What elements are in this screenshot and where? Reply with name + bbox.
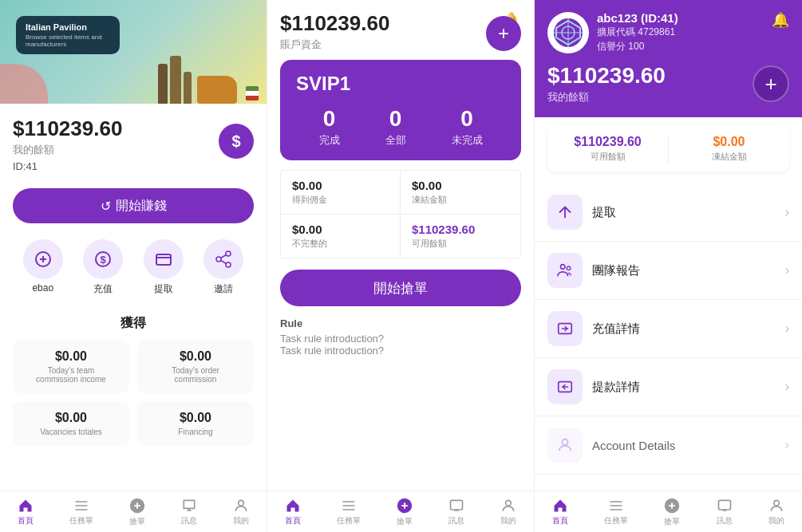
- topup-label: 充值: [93, 282, 113, 296]
- ebao-icon-circle: [23, 239, 63, 279]
- right-avatar: [547, 12, 589, 53]
- right-username: abc123 (ID:41): [597, 11, 789, 25]
- earn-financing-amount: $0.00: [147, 411, 244, 425]
- svip-stat-complete: 0 完成: [319, 106, 340, 148]
- left-icon-topup[interactable]: $ 充值: [83, 239, 123, 296]
- withdraw-menu-icon: [547, 195, 583, 230]
- svip-all-num: 0: [385, 106, 406, 132]
- svip-all-label: 全部: [385, 133, 406, 148]
- right-nav-tasks[interactable]: 任務單: [604, 498, 628, 526]
- msg-icon: [181, 498, 197, 514]
- mid-rule-section: Rule Task rule introduction? Task rule i…: [267, 317, 534, 357]
- invite-icon-circle: [203, 239, 243, 279]
- mid-plus-button[interactable]: +: [486, 16, 521, 51]
- mid-nav-grab[interactable]: 搶單: [396, 497, 413, 527]
- withdraw-icon-circle: [144, 239, 184, 279]
- list-icon: [73, 498, 89, 514]
- right-menu-withdraw-detail[interactable]: 提款詳情 ›: [535, 358, 802, 416]
- earn-cards-row1: $0.00 Today's team commission income $0.…: [13, 340, 254, 393]
- svg-point-8: [238, 500, 243, 506]
- right-menu-team-report[interactable]: 團隊報告 ›: [535, 242, 802, 300]
- mid-list-icon: [341, 498, 357, 514]
- left-balance: $110239.60: [13, 116, 254, 141]
- right-grab-icon: [663, 497, 681, 514]
- mid-info-available: $110239.60 可用餘額: [401, 215, 520, 258]
- svg-point-18: [567, 266, 571, 270]
- right-header: 🔔 abc123 (ID:41) 擴展代碼 4729861 信譽分 100: [535, 0, 802, 117]
- mid-nav-home[interactable]: 首頁: [285, 498, 301, 526]
- right-nav-msg[interactable]: 訊息: [717, 498, 733, 526]
- svip-incomplete-label: 未完成: [452, 133, 483, 148]
- available-label: 可用餘額: [412, 238, 509, 250]
- right-menu-account-details[interactable]: Account Details ›: [535, 416, 802, 475]
- start-earn-button[interactable]: ↺ 開始賺錢: [13, 188, 254, 223]
- right-frozen-item: $0.00 凍結金額: [669, 135, 789, 163]
- right-user-row: abc123 (ID:41) 擴展代碼 4729861 信譽分 100: [547, 11, 789, 53]
- incomplete-amount: $0.00: [292, 223, 389, 236]
- team-report-menu-label: 團隊報告: [592, 263, 785, 278]
- left-nav-tasks[interactable]: 任務單: [69, 498, 93, 526]
- home-icon: [18, 498, 34, 514]
- svg-point-4: [226, 251, 231, 256]
- commission-amount: $0.00: [292, 179, 389, 192]
- right-user-info: abc123 (ID:41) 擴展代碼 4729861 信譽分 100: [597, 11, 789, 53]
- svip-card: SVIP1 0 完成 0 全部 0 未完成: [280, 60, 521, 160]
- team-report-menu-arrow: ›: [785, 263, 789, 278]
- left-icon-withdraw[interactable]: 提取: [144, 239, 184, 296]
- card-icon: [154, 250, 173, 269]
- right-nav-home[interactable]: 首頁: [552, 498, 568, 526]
- mid-balance-group: $110239.60 賬戶資金: [280, 11, 389, 52]
- right-nav-profile[interactable]: 我的: [768, 498, 784, 526]
- dollar-icon: $: [231, 132, 240, 151]
- withdraw-detail-icon: [556, 378, 574, 396]
- right-panel: 🔔 abc123 (ID:41) 擴展代碼 4729861 信譽分 100: [535, 0, 802, 532]
- rule-line-2: Task rule introduction?: [280, 345, 521, 357]
- right-plus-button[interactable]: +: [753, 65, 789, 102]
- svip-complete-label: 完成: [319, 133, 340, 148]
- right-home-icon: [552, 498, 568, 514]
- banner-card-title: Italian Pavilion: [26, 22, 110, 32]
- mid-panel: $110239.60 賬戶資金 🔔 + SVIP1 0 完成 0 全部 0 未完…: [267, 0, 535, 532]
- grab-icon: [128, 497, 146, 514]
- right-menu-withdraw[interactable]: 提取 ›: [535, 183, 802, 242]
- right-agent-code: 擴展代碼 4729861: [597, 26, 789, 39]
- left-nav-grab[interactable]: 搶單: [128, 497, 146, 527]
- account-details-menu-label: Account Details: [592, 439, 785, 452]
- commission-label: 得到佣金: [292, 194, 389, 206]
- left-panel: Italian Pavilion Browse selected items a…: [0, 0, 267, 532]
- svg-rect-23: [719, 500, 731, 510]
- left-icon-ebao[interactable]: ebao: [23, 239, 63, 296]
- avatar-icon: [552, 17, 584, 49]
- mid-nav-tasks[interactable]: 任務單: [337, 498, 361, 526]
- left-nav-msg[interactable]: 訊息: [181, 498, 197, 526]
- earn-team-amount: $0.00: [22, 349, 120, 364]
- right-frozen-amount: $0.00: [669, 135, 789, 149]
- withdraw-detail-menu-label: 提款詳情: [592, 380, 785, 395]
- left-nav-profile[interactable]: 我的: [233, 498, 249, 526]
- right-balance-cards: $110239.60 可用餘額 $0.00 凍結金額: [547, 125, 789, 172]
- mid-nav-msg[interactable]: 訊息: [448, 498, 464, 526]
- svg-text:$: $: [101, 254, 107, 266]
- svg-point-5: [216, 257, 221, 262]
- left-bottom-nav: 首頁 任務單 搶單 訊息 我的: [0, 491, 267, 532]
- withdraw-detail-menu-arrow: ›: [785, 380, 789, 394]
- earn-vacancies-desc: Vacancies totales: [22, 428, 120, 436]
- right-user-icon: [768, 498, 784, 514]
- grab-order-button[interactable]: 開始搶單: [280, 270, 521, 306]
- frozen-label: 凍結金額: [412, 194, 509, 206]
- available-amount: $110239.60: [412, 223, 509, 236]
- right-menu-recharge-detail[interactable]: 充值詳情 ›: [535, 300, 802, 358]
- svip-stats: 0 完成 0 全部 0 未完成: [296, 106, 505, 148]
- recharge-icon: [556, 320, 574, 337]
- left-dollar-button[interactable]: $: [219, 124, 254, 159]
- left-icon-invite[interactable]: 邀請: [203, 239, 243, 296]
- mid-bottom-nav: 首頁 任務單 搶單 訊息 我的: [267, 491, 534, 532]
- frozen-amount: $0.00: [412, 179, 509, 192]
- right-list-icon: [608, 498, 624, 514]
- mid-nav-profile[interactable]: 我的: [500, 498, 516, 526]
- left-nav-home[interactable]: 首頁: [18, 498, 34, 526]
- user-icon: [233, 498, 249, 514]
- right-nav-grab[interactable]: 搶單: [663, 497, 681, 527]
- right-bottom-nav: 首頁 任務單 搶單 訊息 我的: [535, 491, 802, 532]
- earn-financing-desc: Financing: [147, 428, 244, 436]
